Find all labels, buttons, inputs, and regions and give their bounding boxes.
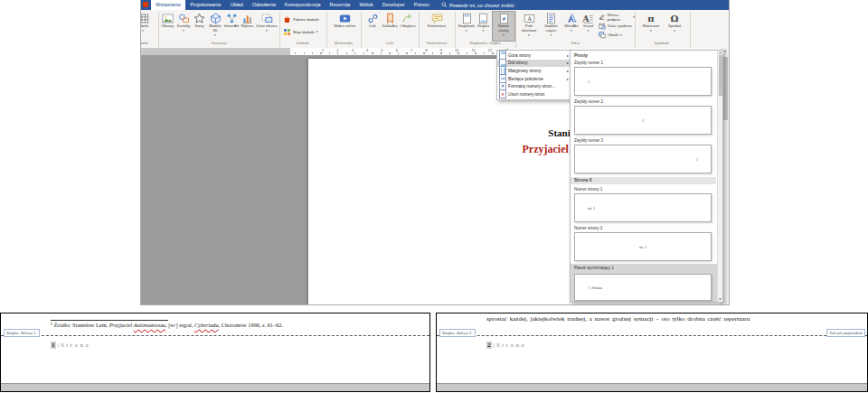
ribbon-button-komentarz[interactable]: Komentarz [423, 12, 450, 41]
remove-page-numbers-icon: ✕ [499, 89, 506, 98]
ribbon-button-zakladka[interactable]: Zakładka [381, 12, 399, 41]
ribbon-button-numer-strony[interactable]: # Numer strony▾ [493, 12, 514, 41]
gallery-preview: 1 [574, 67, 712, 96]
body-text-line: sprostać każdej, jakiejkolwiek trudnej, … [486, 315, 853, 323]
page-bottom-edge [437, 383, 867, 391]
group-label-komentarze: Komentarze [420, 41, 454, 45]
tab-korespondencja[interactable]: Korespondencja [280, 0, 326, 10]
footer-view-page-2: sprostać każdej, jakiejkolwiek trudnej, … [436, 313, 868, 392]
menu-item-usun-numery[interactable]: ✕ Usuń numery stron [497, 90, 571, 98]
menu-item-dol-strony[interactable]: Dół strony▸ [497, 60, 571, 68]
gallery-preview: str. 1 [574, 193, 712, 222]
submenu-arrow-icon: ▸ [567, 69, 569, 73]
tab-pomoc[interactable]: Pomoc [410, 0, 434, 10]
gallery-item-zwykly-1[interactable]: Zwykły numer 1 1 [571, 61, 716, 67]
app-icon [143, 2, 148, 7]
group-label-tekst: Tekst [516, 41, 634, 45]
ribbon-button-stopka[interactable]: Stopka▾ [476, 12, 491, 41]
svg-text:A: A [582, 14, 590, 23]
gallery-header-strona-x: Strona X [571, 177, 716, 184]
group-label-symbole: Symbole [636, 41, 688, 45]
ribbon-button-wykres[interactable]: Wykres [240, 12, 255, 41]
gallery-item-numer-strony-1[interactable]: Numer strony 1 str. 1 [571, 187, 716, 193]
group-label-linki: Linki [362, 41, 418, 45]
store-icon [283, 15, 291, 23]
tell-me-search[interactable]: Powiedz mi, co chcesz zrobić [441, 0, 514, 10]
page-bottom-edge [1, 383, 429, 391]
menu-item-biezace-polozenie[interactable]: Bieżące położenie▸ [497, 75, 571, 83]
gallery-item-zwykly-3[interactable]: Zwykły numer 3 1 [571, 138, 716, 145]
ribbon-button-wideo-online[interactable]: Wideo online [333, 12, 356, 41]
ribbon-button-naglowek[interactable]: Nagłówek▾ [458, 12, 476, 41]
ribbon-tab-bar: Wstawianie Projektowanie Układ Odwołania… [141, 0, 729, 10]
gallery-scrollbar-thumb[interactable] [719, 55, 722, 96]
ribbon-button-ikony[interactable]: Ikony [192, 12, 207, 41]
tab-recenzja[interactable]: Recenzja [326, 0, 355, 10]
tab-odwolania[interactable]: Odwołania [248, 0, 280, 10]
menu-item-formatuj-numery[interactable]: # Formatuj numery stron... [497, 82, 571, 90]
group-label-ilustracje: Ilustracje [159, 41, 279, 45]
ribbon-button-odsylacz[interactable]: Odsyłacz [399, 12, 417, 41]
tab-wstawianie[interactable]: Wstawianie [151, 0, 185, 10]
footer-section-tag: Stopka -Sekcja 1- [4, 329, 40, 337]
footnote-separator-line [51, 320, 168, 321]
scroll-down-icon[interactable]: ▼ [718, 297, 722, 302]
gallery-preview: 1 | Strona [574, 274, 712, 301]
svg-text:#: # [502, 16, 506, 22]
my-addins-icon [283, 28, 291, 36]
ribbon-button-obrazy[interactable]: Obrazy [159, 12, 175, 41]
ribbon-button-inicjal[interactable]: A Inicjał▾ [580, 12, 596, 41]
tab-widok[interactable]: Widok [354, 0, 377, 10]
page-number-footer[interactable]: 2|Strona [486, 342, 526, 349]
tab-projektowanie[interactable]: Projektowanie [185, 0, 226, 10]
submenu-arrow-icon: ▸ [567, 77, 569, 81]
object-icon [599, 32, 606, 39]
ribbon-button-link[interactable]: Link [364, 12, 381, 41]
ribbon: Tabela▾ Tabele Obrazy Kształty▾ Ikony Mo… [141, 10, 729, 49]
gallery-preview: 1 [574, 145, 712, 173]
ribbon-button-modele-3d[interactable]: Modele 3D▾ [207, 12, 223, 41]
signature-line-icon [599, 14, 605, 21]
gallery-item-numer-strony-2[interactable]: Numer strony 2 str. 1 [571, 226, 716, 232]
group-label-tabele: Tabele [140, 41, 156, 45]
ribbon-button-pobierz-dodatki[interactable]: Pobierz dodatki [281, 14, 326, 24]
ribbon-button-symbol[interactable]: Ω Symbol▾ [665, 12, 684, 41]
tab-developer[interactable]: Developer [378, 0, 410, 10]
ribbon-button-wiersz-podpisu[interactable]: Wiersz podpisu▾ [599, 13, 635, 21]
equation-icon: π [647, 14, 654, 23]
gallery-item-zwykly-2[interactable]: Zwykły numer 2 1 [571, 99, 716, 106]
ribbon-button-smartart[interactable]: SmartArt [223, 12, 240, 41]
page-number-gallery: Prosty Zwykły numer 1 1 Zwykły numer 2 1… [570, 50, 723, 303]
ribbon-button-wordart[interactable]: A WordArt▾ [562, 12, 580, 41]
footnote-text: ¹ Źródło: Stanisław Lem, Przyjaciel Auto… [51, 322, 417, 328]
ribbon-button-data-i-godzina[interactable]: Data i godzina [599, 22, 635, 30]
symbol-icon: Ω [671, 14, 679, 23]
ribbon-button-obiekt[interactable]: Obiekt▾ [599, 31, 635, 39]
ribbon-button-rownanie[interactable]: π Równanie▾ [639, 12, 663, 41]
ribbon-button-zrzut-ekranu[interactable]: Zrzut ekranu▾ [255, 12, 278, 41]
page-number-footer[interactable]: 1|Strona [51, 342, 90, 349]
group-label-multimedia: Multimedia [327, 41, 360, 45]
ribbon-button-moje-dodatki[interactable]: Moje dodatki▾ [281, 26, 326, 37]
ribbon-button-szybkie-czesci[interactable]: Szybkie części▾ [540, 12, 562, 41]
ribbon-button-pole-tekstowe[interactable]: A Pole tekstowe▾ [518, 12, 540, 41]
ribbon-button-ksztalty[interactable]: Kształty▾ [175, 12, 192, 41]
submenu-arrow-icon: ▸ [567, 61, 569, 65]
search-icon [441, 2, 448, 8]
word-window: Wstawianie Projektowanie Układ Odwołania… [140, 0, 730, 305]
page-number-menu: Góra strony▸ Dół strony▸ Marginesy stron… [496, 50, 571, 100]
group-label-naglowek-i-stopka: Nagłówek i stopka [456, 41, 514, 45]
footer-section-tag: Stopka -Sekcja 2- [439, 329, 476, 337]
svg-text:A: A [526, 15, 532, 23]
footer-boundary-line [437, 335, 867, 336]
gallery-scrollbar[interactable]: ▲ ▼ [717, 51, 722, 302]
menu-item-gora-strony[interactable]: Góra strony▸ [497, 51, 571, 60]
ribbon-button-tabela[interactable]: Tabela▾ [140, 12, 156, 41]
gallery-preview: 1 [574, 106, 712, 135]
gallery-header-prosty: Prosty [571, 52, 716, 60]
svg-text:A: A [567, 13, 576, 23]
date-time-icon [599, 23, 606, 30]
tab-uklad[interactable]: Układ [226, 0, 248, 10]
gallery-item-pasek-wyrozniajacy-1[interactable]: Pasek wyróżniający 1 1 | Strona [571, 264, 718, 302]
menu-item-marginesy-strony[interactable]: Marginesy strony▸ [497, 67, 571, 75]
